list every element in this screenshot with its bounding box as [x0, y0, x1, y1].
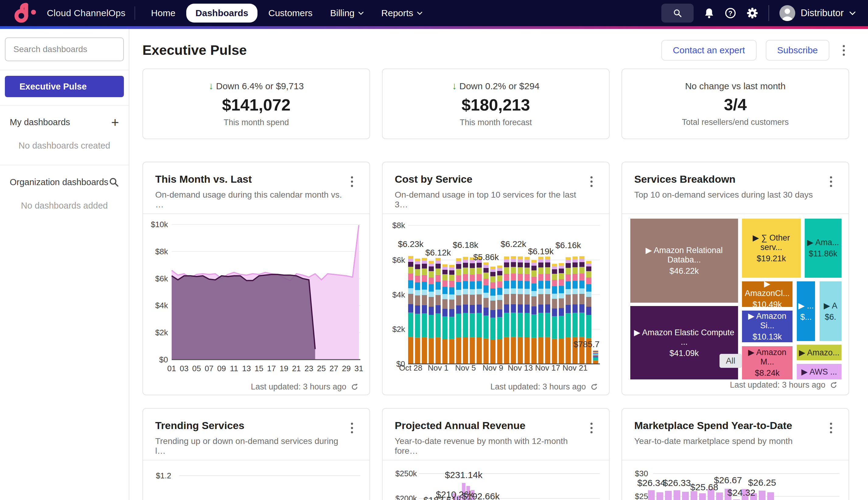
area-chart: $0$2k$4k$6k$8k$10k0103050709111315171921… [150, 216, 363, 381]
trending-chart: $1.2 [150, 463, 363, 500]
svg-text:$192.66k: $192.66k [462, 491, 500, 500]
svg-text:$6.18k: $6.18k [453, 240, 478, 250]
subscribe-button[interactable]: Subscribe [766, 40, 829, 60]
search-button[interactable] [661, 4, 694, 23]
person-icon [779, 5, 795, 21]
treemap-tile[interactable]: ▶ Amazon Si...$10.13k [741, 310, 794, 343]
chevron-down-icon [849, 11, 856, 15]
card-subtitle: Year-to-date marketplace spend by month [634, 436, 792, 446]
search-icon [673, 9, 682, 18]
card-trending-services: Trending Services Trending up or down on… [142, 408, 370, 500]
treemap-tile[interactable]: ▶ Amazon Elastic Compute ...$41.09k [629, 305, 739, 380]
svg-text:Nov 9: Nov 9 [483, 363, 504, 372]
tile-name: ▶ AmazonCl... [742, 281, 792, 298]
svg-text:$200k: $200k [395, 494, 417, 500]
svg-text:09: 09 [217, 364, 226, 373]
treemap-tile[interactable]: ▶ AmazonCl...$10.49k [741, 281, 794, 308]
kpi-card-month-spend: ↓Down 6.4% or $9,713 $141,072 This month… [142, 69, 370, 139]
svg-text:15: 15 [255, 364, 264, 373]
last-updated-text: Last updated: 3 hours ago [730, 380, 825, 390]
top-navigation-bar: Cloud ChannelOps Home Dashboards Custome… [0, 0, 868, 26]
tile-value: $11.86k [809, 249, 837, 259]
svg-text:$785.7: $785.7 [574, 340, 600, 349]
svg-text:Nov 1: Nov 1 [428, 363, 449, 372]
nav-item-customers[interactable]: Customers [262, 4, 319, 23]
treemap-tile[interactable]: ▶ AWS ... [796, 363, 843, 380]
kpi-value: 3/4 [724, 95, 747, 114]
svg-text:27: 27 [329, 364, 338, 373]
tile-value: $... [800, 312, 812, 322]
nav-item-dashboards[interactable]: Dashboards [186, 4, 257, 23]
card-menu-button[interactable] [347, 420, 357, 460]
card-subtitle: Top 10 on-demand services during last 30… [634, 190, 813, 200]
settings-button[interactable] [747, 7, 758, 19]
card-menu-button[interactable] [347, 173, 357, 214]
card-marketplace-spend: Marketplace Spend Year-to-Date Year-to-d… [622, 408, 849, 500]
tile-name: ▶ Amazo... [799, 348, 840, 357]
svg-text:Nov 17: Nov 17 [535, 363, 560, 372]
app-logo-icon [12, 2, 39, 24]
org-dashboards-label: Organization dashboards [10, 177, 108, 187]
search-icon[interactable] [109, 177, 119, 187]
nav-item-billing[interactable]: Billing [324, 4, 370, 23]
treemap-tile[interactable]: ▶ Amazon Relational Databa...$46.22k [629, 218, 739, 304]
treemap-tile[interactable]: ▶ Amazo... [796, 344, 843, 361]
refresh-icon[interactable] [830, 381, 837, 389]
nav-item-reports[interactable]: Reports [375, 4, 429, 23]
card-menu-button[interactable] [826, 420, 836, 460]
treemap-tile[interactable]: ▶ ∑ Other serv...$19.21k [741, 218, 802, 279]
card-subtitle: On-demand usage during this calendar mon… [155, 190, 347, 209]
down-arrow-icon: ↓ [452, 80, 457, 92]
svg-text:$231.14k: $231.14k [445, 470, 483, 480]
treemap-tile[interactable]: ▶ Ama...$11.86k [804, 218, 843, 279]
notifications-button[interactable] [704, 8, 714, 19]
nav-item-home[interactable]: Home [144, 4, 182, 23]
card-subtitle: Trending up or down on-demand services d… [155, 436, 347, 456]
treemap-all-button[interactable]: All [719, 354, 742, 368]
help-icon: ? [725, 7, 736, 19]
tile-name: ▶ ∑ Other serv... [742, 233, 801, 252]
refresh-icon[interactable] [590, 383, 598, 391]
svg-text:$30: $30 [635, 469, 648, 478]
treemap-tile[interactable]: ▶ Amazon M...$8.24k [741, 345, 794, 380]
treemap-tile[interactable]: ▶ ...$... [796, 281, 816, 342]
svg-text:$25: $25 [635, 492, 648, 500]
card-menu-button[interactable] [586, 173, 597, 214]
tile-name: ▶ A [824, 301, 837, 310]
last-updated-text: Last updated: 3 hours ago [490, 382, 586, 391]
svg-text:$250k: $250k [395, 469, 417, 478]
my-dashboards-label: My dashboards [10, 117, 70, 127]
svg-text:$6.12k: $6.12k [425, 248, 451, 257]
svg-text:$5.86k: $5.86k [473, 252, 499, 262]
refresh-icon[interactable] [351, 383, 359, 391]
svg-text:$8k: $8k [155, 247, 168, 256]
svg-text:11: 11 [230, 364, 238, 373]
user-menu[interactable]: Distributor [779, 5, 856, 21]
svg-text:$6.22k: $6.22k [501, 239, 526, 249]
avatar [779, 5, 795, 21]
search-dashboards-input[interactable] [5, 37, 124, 61]
contact-expert-button[interactable]: Contact an expert [661, 40, 756, 60]
page-menu-button[interactable] [838, 42, 849, 59]
card-menu-button[interactable] [826, 173, 836, 214]
svg-text:$1.2: $1.2 [156, 471, 171, 480]
kpi-card-month-forecast: ↓Down 0.2% or $294 $180,213 This month f… [382, 69, 610, 139]
svg-text:$6.19k: $6.19k [528, 247, 554, 256]
sidebar-divider [0, 165, 129, 165]
kpi-card-resellers: No change vs last month 3/4 Total resell… [622, 69, 849, 139]
treemap-tile[interactable]: ▶ A$6. [819, 281, 843, 342]
card-title: Projected Annual Revenue [395, 420, 586, 431]
svg-text:01: 01 [167, 364, 176, 373]
card-title: Services Breakdown [634, 173, 813, 185]
card-menu-button[interactable] [586, 420, 597, 460]
brand[interactable]: Cloud ChannelOps [12, 2, 125, 24]
svg-text:$183.61k: $183.61k [423, 495, 461, 500]
stacked-bar-chart: $0$2k$4k$6k$8k$6.23k$6.12k$6.18k$5.86k$6… [390, 216, 603, 381]
sidebar-item-executive-pulse[interactable]: Executive Pulse [5, 76, 124, 97]
help-button[interactable]: ? [725, 7, 736, 19]
add-dashboard-button[interactable]: + [111, 118, 119, 127]
tile-name: ▶ Amazon M... [742, 348, 792, 367]
card-projected-annual-revenue: Projected Annual Revenue Year-to-date re… [382, 408, 610, 500]
gear-icon [747, 7, 758, 19]
nav-item-reports-label: Reports [381, 8, 413, 18]
